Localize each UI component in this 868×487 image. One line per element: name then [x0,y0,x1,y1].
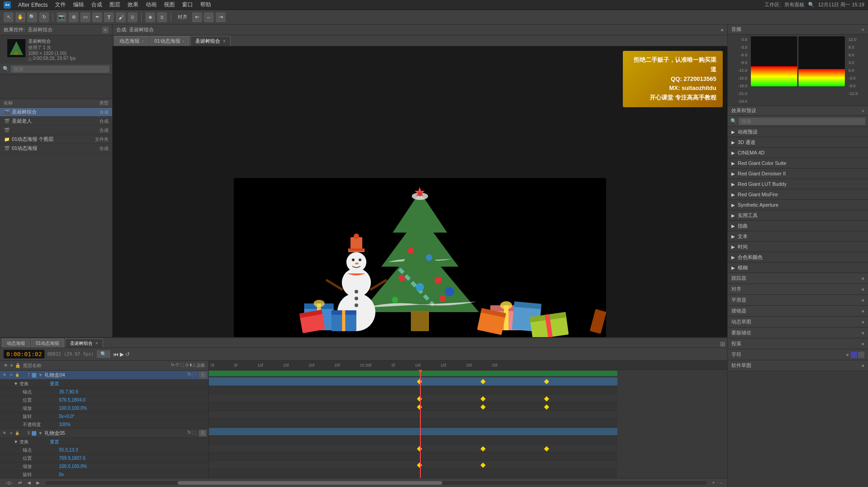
drop-close[interactable]: × [862,341,864,347]
tc-zoom-in[interactable]: + [710,480,717,486]
timeline-scrollbar[interactable] [45,481,707,485]
tracker-close[interactable]: × [862,276,864,281]
layer-row-8[interactable]: 👁 ☀ 🔒 8 ▼ 礼物盒05 fx ⬚ 无 [0,429,208,438]
softsketch-close[interactable]: × [862,363,864,368]
layer-8-fx[interactable]: fx [187,430,191,437]
comp-header-close[interactable]: × [721,27,724,33]
maskinterp-close[interactable]: × [862,330,864,336]
tc-scroll-right[interactable]: ▶ [35,480,42,486]
effects-cat-header-animation[interactable]: ▶ 动画预设 [728,127,868,137]
effects-cat-header-sa[interactable]: ▶ Synthetic Aperture [728,200,868,210]
comp-tab-2[interactable]: 圣诞树组合 × [190,36,231,46]
effects-cat-header-blur[interactable]: ▶ 模糊 [728,263,868,273]
track-8[interactable] [209,427,617,436]
timeline-first-btn[interactable]: ⏮ [113,351,118,358]
menu-aftereffects[interactable]: After Effects [15,1,50,9]
effects-search-input[interactable] [739,118,865,125]
tc-scroll-left[interactable]: ◀ [25,480,33,486]
shape-tool[interactable]: ▭ [80,12,90,22]
anchor-tool[interactable]: ⊕ [69,12,79,22]
effects-panel-close[interactable]: × [862,108,864,114]
align-right[interactable]: ⇥ [216,12,226,22]
menu-help[interactable]: 帮助 [197,0,214,10]
prop-value-8-scale[interactable]: 100.0,100.0% [59,464,87,469]
comp-tab-close-1[interactable]: › [183,39,184,44]
layer-7-blend[interactable]: 无 [199,372,207,378]
track-7[interactable] [209,377,617,386]
file-item-1[interactable]: 🎬 圣诞老人 合成 [0,117,112,126]
effects-cat-header-3d[interactable]: ▶ 3D 通道 [728,137,868,147]
timeline-tab-close-2[interactable]: × [95,341,98,346]
search-icon[interactable]: 🔍 [808,2,814,8]
prop-value-8-rot[interactable]: 0x [59,472,64,477]
track-9[interactable] [209,477,617,478]
text-tool[interactable]: T [104,12,114,22]
layer-7-qual[interactable]: ⬚ [192,372,196,378]
align-left[interactable]: ⇤ [192,12,202,22]
prop-value-7-rot[interactable]: 0x+0.0° [59,414,74,419]
char-color-l[interactable] [851,352,857,358]
panel-close-btn[interactable]: × [102,27,108,33]
prop-value-7-anchor[interactable]: 35.7,90.9 [59,389,78,394]
timeline-tab-1[interactable]: 01动态海报 [31,338,64,348]
prop-value-8-pos[interactable]: 769.9,1807.6 [59,456,85,461]
menu-file[interactable]: 文件 [52,0,69,10]
timeline-play-btn[interactable]: ▶ [120,351,124,358]
prop-value-8-anchor[interactable]: 55.5,13.3 [59,447,78,452]
comp-tab-0[interactable]: 动态海报 › [114,36,148,46]
effects-cat-header-time[interactable]: ▶ 时间 [728,242,868,252]
prop-value-7-transform[interactable]: 重置 [50,381,59,387]
menu-edit[interactable]: 编辑 [70,0,87,10]
prop-value-8-transform[interactable]: 重置 [50,439,59,445]
hand-tool[interactable]: ✋ [15,12,25,22]
file-item-4[interactable]: 🎬 01动态海报 合成 [0,144,112,153]
menu-window[interactable]: 窗口 [179,0,196,10]
menu-effects[interactable]: 效果 [125,0,141,10]
comp-tab-1[interactable]: 01动态海报 › [149,36,189,46]
effects-cat-header-cinema4d[interactable]: ▶ CINEMA 4D [728,148,868,158]
layer-7-vis[interactable]: 👁 [2,373,7,378]
tools-extra2[interactable]: ⧖ [157,12,167,22]
layer-7-solo[interactable]: ☀ [8,373,14,378]
timeline-timecode[interactable]: 0:00:01:02 [4,350,44,358]
effects-cat-header-rglb[interactable]: ▶ Red Giant LUT Buddy [728,179,868,189]
layer-7-lock[interactable]: 🔒 [15,373,20,378]
layer-7-fx[interactable]: fx [187,372,191,378]
prop-value-7-opacity[interactable]: 100% [59,422,71,427]
effects-cat-header-text[interactable]: ▶ 文本 [728,231,868,241]
align-close[interactable]: × [862,287,864,292]
char-close[interactable]: × [846,352,849,358]
prop-value-7-pos[interactable]: 676.5,1804.0 [59,398,85,403]
timeline-loop-btn[interactable]: ↺ [125,351,130,358]
smoother-close[interactable]: × [862,298,864,303]
tc-toggle[interactable]: ⇄ [16,480,24,486]
menu-layer[interactable]: 图层 [107,0,123,10]
layer-8-solo[interactable]: ☀ [8,431,14,436]
motionsketch-close[interactable]: × [862,319,864,325]
timeline-tab-0[interactable]: 动态海报 [2,338,30,348]
timeline-scrollbar-thumb[interactable] [178,481,442,485]
zoom-tool[interactable]: 🔍 [27,12,37,22]
effects-cat-header-distort[interactable]: ▶ 扭曲 [728,221,868,231]
layer-8-vis[interactable]: 👁 [2,431,7,436]
prop-value-7-scale[interactable]: 100.0,100.0% [59,406,87,411]
project-search-input[interactable] [11,65,109,73]
layer-8-qual[interactable]: ⬚ [192,430,196,437]
align-center-h[interactable]: ↔ [204,12,214,22]
timeline-search[interactable]: 🔍 [97,350,110,358]
menu-composition[interactable]: 合成 [89,0,105,10]
comp-tab-close-2[interactable]: × [223,39,226,44]
effects-cat-header-utility[interactable]: ▶ 实用工具 [728,210,868,220]
effects-cat-header-rgdn[interactable]: ▶ Red Giant Denoiser II [728,169,868,179]
rotate-tool[interactable]: ↻ [39,12,49,22]
layer-8-blend[interactable]: 无 [199,430,207,437]
file-item-2[interactable]: 🎬 合成 [0,126,112,135]
effects-cat-header-rgmf[interactable]: ▶ Red Giant MisFire [728,189,868,199]
comp-tab-close-0[interactable]: › [142,39,143,44]
char-color-r[interactable] [858,352,864,358]
menu-view[interactable]: 视图 [161,0,178,10]
layer-row-7[interactable]: 👁 ☀ 🔒 7 ▼ 礼物盒04 fx ⬚ 无 [0,371,208,380]
camera-tool[interactable]: 📷 [57,12,67,22]
timeline-tab-2[interactable]: 圣诞树组合 × [65,338,103,348]
clone-tool[interactable]: ⎘ [128,12,138,22]
